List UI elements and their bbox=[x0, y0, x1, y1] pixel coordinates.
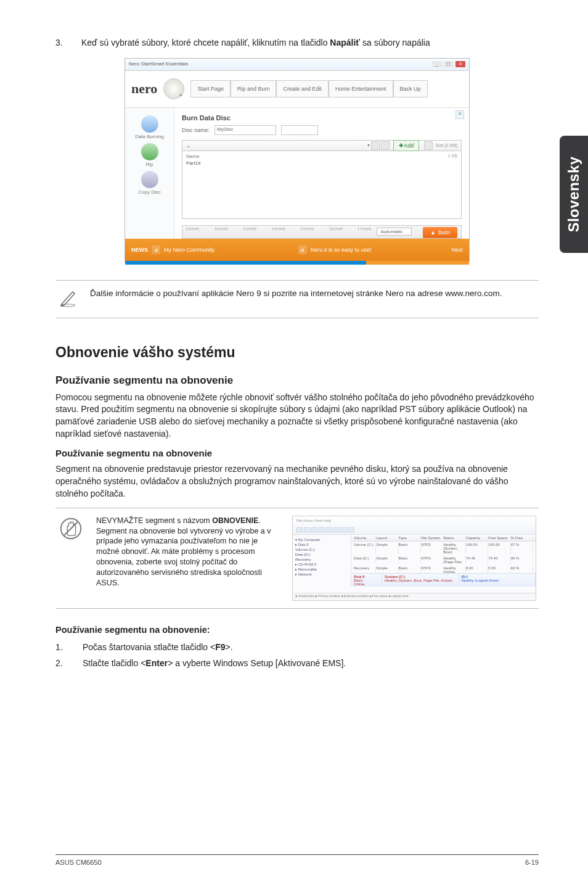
status-text-b: Nero.it is so easy to use! bbox=[311, 247, 372, 253]
procedure-heading: Používanie segmentu na obnovenie: bbox=[55, 625, 539, 635]
procedure-step-1: 1. Počas štartovania stlačte tlačidlo <F… bbox=[55, 641, 539, 653]
paragraph-1: Pomocou segmentu na obnovenie môžete rýc… bbox=[55, 392, 539, 441]
section-heading: Obnovenie vášho systému bbox=[55, 344, 539, 361]
burn-button[interactable]: ▲ Burn bbox=[423, 227, 457, 238]
tab-home-entertainment[interactable]: Home Entertainment bbox=[329, 80, 393, 97]
status-next[interactable]: Next bbox=[452, 247, 463, 253]
note-nero-info: Ďalšie informácie o používaní aplikácie … bbox=[55, 280, 539, 318]
toolbar-icon[interactable] bbox=[326, 527, 332, 532]
pane-title: Burn Data Disc bbox=[182, 114, 462, 122]
note-text: Ďalšie informácie o používaní aplikácie … bbox=[90, 288, 502, 299]
partition-c[interactable]: System (C:) Healthy (System, Boot, Page … bbox=[382, 574, 459, 587]
page-footer: ASUS CM6650 6-19 bbox=[55, 854, 539, 866]
step-3: 3. Keď sú vybraté súbory, ktoré chcete n… bbox=[55, 37, 539, 49]
nero-statusbar: NEWS ⌀ My Nero Community ⌀ Nero.it is so… bbox=[125, 239, 469, 261]
tab-start-page[interactable]: Start Page bbox=[190, 80, 231, 97]
rss-icon-2[interactable]: ⌀ bbox=[298, 245, 307, 254]
col-size: Size [2 MB] bbox=[435, 143, 457, 147]
add-button[interactable]: ✚ Add bbox=[393, 140, 419, 151]
nero-screenshot: Nero StartSmart Essentials _ ▢ ✕ nero St… bbox=[125, 58, 470, 262]
nero-tabs: Start Page Rip and Burn Create and Edit … bbox=[190, 80, 427, 97]
nero-bottom-strip bbox=[125, 261, 469, 265]
rip-label: Rip bbox=[125, 162, 174, 167]
minimize-icon[interactable]: _ bbox=[432, 61, 442, 67]
data-burning-icon[interactable] bbox=[141, 115, 158, 133]
tab-rip-and-burn[interactable]: Rip and Burn bbox=[231, 80, 277, 97]
disc-name-row: Disc name: MyDisc bbox=[182, 125, 462, 135]
nero-main-pane: ✕ Burn Data Disc Disc name: MyDisc ⌄ ▾ ✚… bbox=[174, 108, 469, 239]
toolbar-icon[interactable] bbox=[333, 527, 340, 532]
toolbar-icon[interactable] bbox=[319, 527, 325, 532]
procedure-steps: 1. Počas štartovania stlačte tlačidlo <F… bbox=[55, 641, 539, 670]
col-name: ⌄ bbox=[186, 142, 191, 149]
view-tree-icon[interactable] bbox=[381, 141, 390, 150]
do-not-icon bbox=[58, 516, 85, 544]
status-news-label: NEWS bbox=[131, 247, 148, 253]
data-burning-label: Data Burning bbox=[125, 134, 174, 139]
tab-create-and-edit[interactable]: Create and Edit bbox=[276, 80, 329, 97]
table-row[interactable]: Data (D:) Simple Basic NTFS Healthy (Pag… bbox=[351, 555, 536, 565]
disk-mgmt-menu: File Action View Help bbox=[296, 519, 331, 522]
help-icon[interactable]: ✕ bbox=[455, 110, 464, 119]
toolbar-icon[interactable] bbox=[348, 527, 354, 532]
close-icon[interactable]: ✕ bbox=[455, 61, 465, 67]
pen-icon bbox=[58, 288, 79, 310]
window-controls: _ ▢ ✕ bbox=[431, 61, 465, 68]
meter-ticks: 200MB 300MB 400MB 450MB 550MB 600MB 700M… bbox=[186, 227, 387, 232]
status-text-a: My Nero Community bbox=[164, 247, 214, 253]
disc-name-label: Disc name: bbox=[182, 127, 210, 133]
nero-header: nero Start Page Rip and Burn Create and … bbox=[125, 71, 469, 108]
paragraph-2: Segment na obnovenie predstavuje priesto… bbox=[55, 463, 539, 500]
toolbar-icon[interactable] bbox=[296, 527, 303, 532]
subsection-heading-2: Používanie segmentu na obnovenie bbox=[55, 448, 539, 458]
warning-text: NEVYMAŽTE segment s názvom OBNOVENIE. Se… bbox=[96, 516, 281, 588]
side-language-label: Slovensky bbox=[565, 156, 582, 232]
flame-icon: ▲ bbox=[430, 229, 436, 236]
window-title: Nero StartSmart Essentials bbox=[129, 61, 188, 68]
remove-icon[interactable] bbox=[424, 141, 433, 150]
rip-icon[interactable] bbox=[141, 143, 158, 160]
disc-name-dropdown[interactable] bbox=[281, 125, 318, 135]
capacity-meter: 200MB 300MB 400MB 450MB 550MB 600MB 700M… bbox=[182, 225, 462, 239]
step-3-number: 3. bbox=[55, 37, 79, 49]
side-language-tab: Slovensky bbox=[560, 136, 588, 253]
file-item[interactable]: Part14 bbox=[186, 160, 457, 166]
rss-icon[interactable]: ⌀ bbox=[152, 245, 160, 254]
disk-mgmt-screenshot: File Action View Help ▾ My Computer ▸ Di… bbox=[292, 516, 536, 601]
file-size: 1 KB bbox=[186, 154, 457, 158]
toolbar-icon[interactable] bbox=[311, 527, 317, 532]
window-titlebar: Nero StartSmart Essentials _ ▢ ✕ bbox=[125, 59, 469, 71]
disk-label: Disk 0 Basic Online bbox=[351, 574, 382, 587]
disk-mgmt-toolbar bbox=[296, 527, 354, 532]
nero-left-rail: Data Burning Rip Copy Disc bbox=[125, 108, 174, 239]
procedure-step-2: 2. Stlačte tlačidlo <Enter> a vyberte Wi… bbox=[55, 657, 539, 669]
disk-mgmt-titlebar: File Action View Help bbox=[293, 516, 536, 535]
partition-d[interactable]: (D:) Healthy (Logical Drive) bbox=[459, 574, 536, 587]
warning-block: NEVYMAŽTE segment s názvom OBNOVENIE. Se… bbox=[55, 508, 539, 609]
disc-name-input[interactable]: MyDisc bbox=[214, 125, 276, 135]
nero-orb-icon[interactable] bbox=[163, 78, 184, 99]
copy-disc-label: Copy Disc bbox=[125, 189, 174, 195]
file-list[interactable]: Name Part14 1 KB bbox=[182, 151, 462, 219]
table-header: Volume Layout Type File System Status Ca… bbox=[351, 535, 536, 542]
capacity-dropdown[interactable]: Automatic bbox=[377, 228, 412, 236]
subsection-heading-1: Používanie segmentu na obnovenie bbox=[55, 374, 539, 387]
footer-right: 6-19 bbox=[525, 859, 539, 866]
table-row[interactable]: Volume (C:) Simple Basic NTFS Healthy (S… bbox=[351, 542, 536, 555]
disk-mgmt-legend: ■ Unallocated ■ Primary partition ■ Exte… bbox=[293, 593, 536, 600]
view-list-icon[interactable] bbox=[371, 141, 380, 150]
toolbar-icon[interactable] bbox=[341, 527, 347, 532]
toolbar-icon[interactable] bbox=[304, 527, 310, 532]
disk-mgmt-partition-row: Disk 0 Basic Online System (C:) Healthy … bbox=[351, 573, 536, 587]
tab-back-up[interactable]: Back Up bbox=[393, 80, 428, 97]
file-list-header: ⌄ ▾ ✚ Add Size [2 MB] bbox=[182, 140, 462, 151]
footer-left: ASUS CM6650 bbox=[55, 859, 102, 866]
step-3-text: Keď sú vybraté súbory, ktoré chcete napá… bbox=[81, 37, 513, 49]
disk-mgmt-tree[interactable]: ▾ My Computer ▸ Disk 0 Volume (C:) Data … bbox=[293, 535, 351, 587]
copy-disc-icon[interactable] bbox=[141, 171, 158, 188]
maximize-icon[interactable]: ▢ bbox=[444, 61, 454, 67]
nero-logo: nero bbox=[131, 81, 157, 97]
